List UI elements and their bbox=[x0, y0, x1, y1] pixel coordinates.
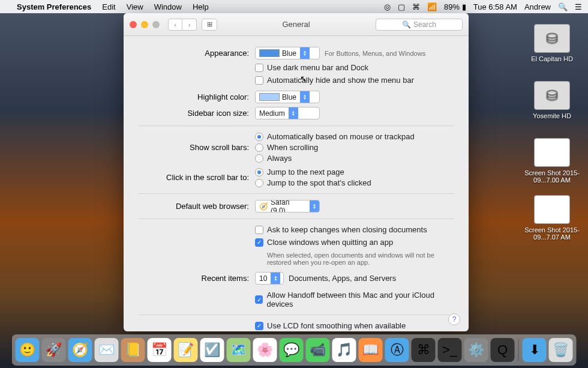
zoom-button[interactable] bbox=[152, 21, 160, 28]
close-windows-hint: When selected, open documents and window… bbox=[267, 252, 454, 266]
appearance-label: Appearance: bbox=[138, 49, 255, 58]
airplay-icon[interactable]: ▢ bbox=[398, 2, 405, 11]
dock-notes[interactable]: 📝 bbox=[174, 338, 198, 362]
recent-select[interactable]: 10▲▼ bbox=[255, 272, 284, 285]
dock-facetime[interactable]: 📹 bbox=[306, 338, 330, 362]
scrollbars-auto-radio[interactable]: Automatically based on mouse or trackpad bbox=[255, 132, 415, 141]
app-menu[interactable]: System Preferences bbox=[17, 2, 91, 11]
dock-mail[interactable]: ✉️ bbox=[95, 338, 119, 362]
close-windows-checkbox[interactable]: ✓Close windows when quitting an app bbox=[255, 238, 393, 247]
bluetooth-icon[interactable]: ⌘ bbox=[412, 2, 420, 11]
scrollbars-label: Show scroll bars: bbox=[138, 143, 255, 152]
dock-downloads[interactable]: ⬇ bbox=[523, 338, 547, 362]
browser-label: Default web browser: bbox=[138, 202, 255, 211]
back-button[interactable]: ‹ bbox=[168, 19, 182, 31]
dock-trash[interactable]: 🗑️ bbox=[549, 338, 573, 362]
dock-terminal[interactable]: ⌘ bbox=[412, 338, 436, 362]
dock-separator bbox=[518, 339, 519, 361]
sidebar-size-select[interactable]: Medium▲▼ bbox=[255, 107, 320, 119]
chevron-updown-icon: ▲▼ bbox=[300, 47, 310, 59]
dock-appstore[interactable]: Ⓐ bbox=[385, 338, 409, 362]
desktop-icon-screenshot1[interactable]: Screen Shot 2015-09...7.00 AM bbox=[522, 138, 582, 184]
battery-status[interactable]: 89% ▮ bbox=[444, 2, 466, 11]
lcd-smoothing-checkbox[interactable]: ✓Use LCD font smoothing when available bbox=[255, 321, 406, 330]
highlight-select[interactable]: Blue ▲▼ bbox=[255, 91, 320, 103]
dock: 🙂🚀🧭✉️📒📅📝☑️🗺️🌸💬📹🎵📖Ⓐ⌘>_⚙️Q⬇🗑️ bbox=[12, 334, 577, 366]
close-button[interactable] bbox=[130, 21, 137, 28]
highlight-label: Highlight color: bbox=[138, 92, 255, 101]
dock-calendar[interactable]: 📅 bbox=[148, 338, 172, 362]
safari-icon: 🧭 bbox=[259, 202, 268, 211]
search-input[interactable]: 🔍 Search bbox=[376, 19, 463, 31]
sync-icon[interactable]: ◎ bbox=[384, 2, 391, 11]
dock-itunes[interactable]: 🎵 bbox=[332, 338, 356, 362]
recent-hint: Documents, Apps, and Servers bbox=[289, 274, 396, 283]
dark-menubar-checkbox[interactable]: Use dark menu bar and Dock bbox=[255, 63, 368, 72]
clickbar-label: Click in the scroll bar to: bbox=[138, 173, 255, 182]
minimize-button[interactable] bbox=[141, 21, 148, 28]
dock-preferences[interactable]: ⚙️ bbox=[464, 338, 488, 362]
help-menu[interactable]: Help bbox=[193, 2, 209, 11]
clock[interactable]: Tue 6:58 AM bbox=[473, 2, 517, 11]
spotlight-icon[interactable]: 🔍 bbox=[558, 2, 568, 11]
dock-safari[interactable]: 🧭 bbox=[68, 338, 92, 362]
recent-label: Recent items: bbox=[138, 274, 255, 283]
window-menu[interactable]: Window bbox=[154, 2, 182, 11]
handoff-checkbox[interactable]: ✓Allow Handoff between this Mac and your… bbox=[255, 291, 454, 309]
scrollbars-scrolling-radio[interactable]: When scrolling bbox=[255, 143, 318, 152]
show-all-button[interactable]: ⊞ bbox=[202, 19, 217, 31]
help-button[interactable]: ? bbox=[448, 313, 460, 325]
appearance-hint: For Buttons, Menus, and Windows bbox=[325, 50, 425, 57]
dock-maps[interactable]: 🗺️ bbox=[227, 338, 251, 362]
search-icon: 🔍 bbox=[402, 20, 411, 29]
desktop-icon-screenshot2[interactable]: Screen Shot 2015-09...7.07 AM bbox=[522, 195, 582, 241]
edit-menu[interactable]: Edit bbox=[102, 2, 115, 11]
desktop-icon-elcapitan[interactable]: ⛁El Capitan HD bbox=[528, 24, 576, 62]
appearance-select[interactable]: Blue ▲▼ bbox=[255, 47, 320, 59]
user-menu[interactable]: Andrew bbox=[524, 2, 551, 11]
view-menu[interactable]: View bbox=[127, 2, 143, 11]
preferences-window: ‹ › ⊞ General 🔍 Search Appearance: Blue … bbox=[124, 13, 469, 331]
menubar: System Preferences Edit View Window Help… bbox=[0, 0, 588, 13]
titlebar: ‹ › ⊞ General 🔍 Search bbox=[124, 13, 469, 36]
wifi-icon[interactable]: 📶 bbox=[427, 2, 437, 11]
dock-photos[interactable]: 🌸 bbox=[253, 338, 277, 362]
notification-center-icon[interactable]: ☰ bbox=[575, 2, 582, 11]
scrollbars-always-radio[interactable]: Always bbox=[255, 154, 292, 163]
clickbar-nextpage-radio[interactable]: Jump to the next page bbox=[255, 167, 344, 176]
dock-ibooks[interactable]: 📖 bbox=[359, 338, 383, 362]
clickbar-spot-radio[interactable]: Jump to the spot that's clicked bbox=[255, 178, 371, 187]
dock-launchpad[interactable]: 🚀 bbox=[42, 338, 66, 362]
dock-contacts[interactable]: 📒 bbox=[121, 338, 145, 362]
dock-messages[interactable]: 💬 bbox=[280, 338, 304, 362]
dock-terminal2[interactable]: >_ bbox=[438, 338, 462, 362]
dock-reminders[interactable]: ☑️ bbox=[200, 338, 224, 362]
ask-changes-checkbox[interactable]: Ask to keep changes when closing documen… bbox=[255, 225, 427, 234]
forward-button[interactable]: › bbox=[182, 19, 197, 31]
sidebar-size-label: Sidebar icon size: bbox=[138, 109, 255, 118]
browser-select[interactable]: 🧭Safari (9.0) ▲▼ bbox=[255, 200, 320, 213]
dock-finder[interactable]: 🙂 bbox=[16, 338, 40, 362]
dock-quicktime[interactable]: Q bbox=[491, 338, 515, 362]
autohide-menubar-checkbox[interactable]: Automatically hide and show the menu bar bbox=[255, 76, 414, 85]
desktop-icon-yosemite[interactable]: ⛁Yosemite HD bbox=[528, 81, 576, 119]
